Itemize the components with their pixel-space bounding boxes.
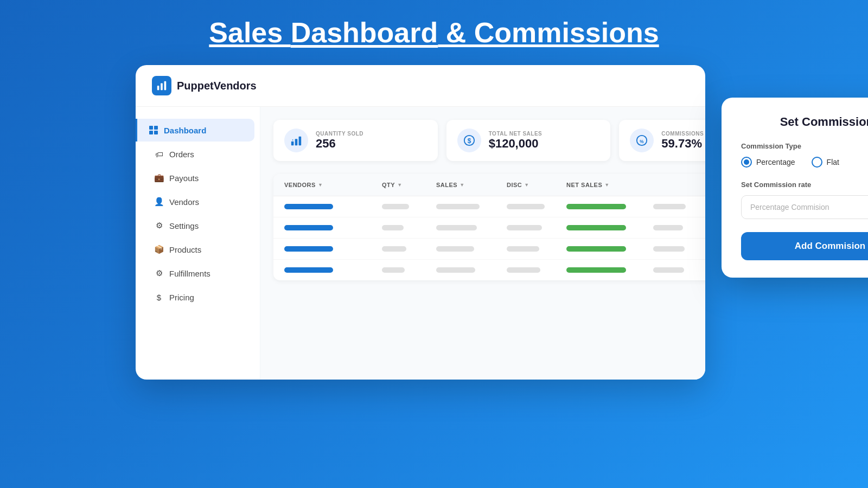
disc-sort-icon: ▼ [524,182,529,188]
svg-text:$: $ [467,137,471,145]
sidebar-label-dashboard: Dashboard [164,126,206,135]
table-row [273,260,705,280]
sales-icon: $ [457,129,481,152]
vendors-icon: 👤 [154,197,164,207]
svg-rect-5 [149,131,153,134]
radio-percentage[interactable]: Percentage [741,157,795,168]
quantity-label: QUANTITY SOLD [316,131,363,137]
th-qty[interactable]: QTY ▼ [382,182,436,188]
app-logo-icon [156,80,168,92]
fulfillments-icon: ⚙ [154,268,164,278]
svg-rect-7 [291,142,294,145]
rate-placeholder: Percentage Commision [750,203,829,211]
th-disc[interactable]: DISC ▼ [507,182,566,188]
sidebar-item-fulfillments[interactable]: ⚙ Fulfillments [141,262,254,285]
commissions-icon: % [630,129,654,152]
page-title: Sales Dashboard & Commissions [209,16,659,49]
sidebar-label-products: Products [169,245,201,254]
sidebar-item-pricing[interactable]: $ Pricing [141,286,254,309]
radio-flat-label: Flat [827,158,839,166]
dashboard-icon [149,125,158,135]
app-logo [152,76,171,95]
svg-rect-2 [164,81,167,91]
sidebar-item-orders[interactable]: 🏷 Orders [141,143,254,165]
sidebar-item-vendors[interactable]: 👤 Vendors [141,190,254,213]
sales-value: $120,000 [489,137,542,151]
sales-sort-icon: ▼ [459,182,464,188]
svg-rect-4 [154,126,158,130]
sidebar-item-payouts[interactable]: 💼 Payouts [141,166,254,189]
app-body: Dashboard 🏷 Orders 💼 Payouts 👤 Vendors ⚙ [136,107,705,380]
svg-rect-10 [292,139,293,140]
sidebar-label-pricing: Pricing [169,293,194,302]
radio-percentage-circle [741,157,752,168]
panel-title: Set Commissions [741,115,868,129]
sidebar-label-payouts: Payouts [169,174,199,183]
sidebar-item-dashboard[interactable]: Dashboard [136,119,254,142]
table-row [273,239,705,260]
svg-rect-8 [295,139,298,145]
rate-label: Set Commission rate [741,181,868,189]
commission-type-label: Commission Type [741,142,868,150]
commissions-label: COMMISSIONS [661,131,704,137]
th-sales[interactable]: SALES ▼ [436,182,507,188]
app-header: PuppetVendors [136,65,705,107]
radio-percentage-label: Percentage [756,158,795,166]
sidebar-label-vendors: Vendors [169,197,199,207]
commissions-value: 59.73% [661,137,704,151]
svg-rect-1 [161,83,163,90]
data-table: VENDORS ▼ QTY ▼ SALES ▼ DISC [273,174,705,280]
stat-card-sales: $ TOTAL NET SALES $120,000 [446,120,611,161]
app-card: PuppetVendors Dashboard 🏷 Orders 💼 [136,65,705,380]
commissions-panel: Set Commissions Commission Type Percenta… [722,98,868,278]
table-header: VENDORS ▼ QTY ▼ SALES ▼ DISC [273,174,705,196]
pricing-icon: $ [154,292,164,302]
vendors-sort-icon: ▼ [318,182,323,188]
qty-sort-icon: ▼ [397,182,402,188]
sidebar-label-fulfillments: Fulfillments [169,269,210,278]
sidebar-label-settings: Settings [169,221,199,230]
stat-card-commissions: % COMMISSIONS 59.73% [619,120,705,161]
sidebar: Dashboard 🏷 Orders 💼 Payouts 👤 Vendors ⚙ [136,107,260,380]
app-name: PuppetVendors [177,80,257,92]
orders-icon: 🏷 [154,149,164,159]
th-netsales[interactable]: NET SALES ▼ [566,182,653,188]
svg-rect-0 [157,86,159,90]
products-icon: 📦 [154,245,164,254]
netsales-sort-icon: ▼ [604,182,609,188]
svg-rect-3 [149,126,153,130]
quantity-value: 256 [316,137,363,151]
stats-row: QUANTITY SOLD 256 $ TOTAL NET SALE [273,120,705,161]
main-content: QUANTITY SOLD 256 $ TOTAL NET SALE [260,107,705,380]
radio-flat-circle [812,157,822,168]
quantity-icon [284,129,308,152]
svg-rect-9 [299,137,302,145]
th-vendors[interactable]: VENDORS ▼ [284,182,382,188]
svg-text:%: % [640,139,644,144]
table-row [273,217,705,239]
settings-icon: ⚙ [154,221,164,230]
sidebar-label-orders: Orders [169,150,194,159]
sales-label: TOTAL NET SALES [489,131,542,137]
commission-rate-row: Percentage Commision 30% ▲ ▼ [741,195,868,219]
radio-flat[interactable]: Flat [812,157,839,168]
sidebar-item-settings[interactable]: ⚙ Settings [141,214,254,237]
svg-rect-6 [154,131,158,134]
add-commission-button[interactable]: Add Commision [741,232,868,260]
radio-group: Percentage Flat [741,157,868,168]
sidebar-item-products[interactable]: 📦 Products [141,238,254,261]
table-row [273,196,705,217]
payouts-icon: 💼 [154,173,164,183]
main-container: PuppetVendors Dashboard 🏷 Orders 💼 [136,65,732,380]
stat-card-quantity: QUANTITY SOLD 256 [273,120,438,161]
